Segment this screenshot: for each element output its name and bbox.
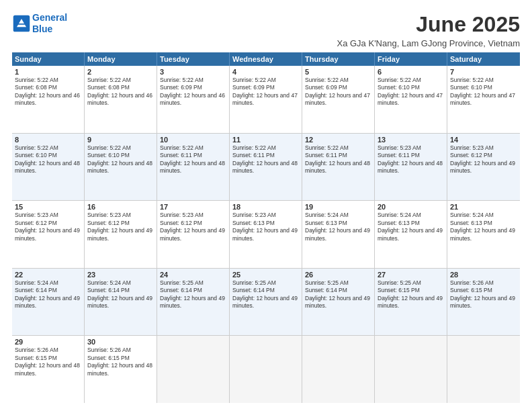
calendar-cell: 23Sunrise: 5:24 AM Sunset: 6:14 PM Dayli… (85, 269, 157, 336)
calendar-cell: 11Sunrise: 5:22 AM Sunset: 6:11 PM Dayli… (230, 134, 302, 201)
day-number: 26 (305, 271, 371, 279)
cell-info: Sunrise: 5:22 AM Sunset: 6:10 PM Dayligh… (450, 77, 517, 107)
main-title: June 2025 (337, 12, 521, 37)
day-number: 2 (87, 68, 154, 76)
calendar-body: 1Sunrise: 5:22 AM Sunset: 6:08 PM Daylig… (12, 66, 520, 403)
page: General Blue June 2025 Xa GJa K'Nang, La… (0, 0, 532, 411)
cell-info: Sunrise: 5:22 AM Sunset: 6:11 PM Dayligh… (232, 144, 299, 175)
calendar-cell: 12Sunrise: 5:22 AM Sunset: 6:11 PM Dayli… (302, 134, 375, 201)
calendar-cell: 19Sunrise: 5:24 AM Sunset: 6:13 PM Dayli… (302, 201, 375, 268)
calendar-cell: 8Sunrise: 5:22 AM Sunset: 6:10 PM Daylig… (12, 134, 85, 201)
day-number: 22 (15, 271, 81, 279)
cell-info: Sunrise: 5:22 AM Sunset: 6:08 PM Dayligh… (15, 77, 81, 107)
cell-info: Sunrise: 5:22 AM Sunset: 6:10 PM Dayligh… (378, 77, 444, 107)
day-number: 28 (450, 271, 517, 279)
calendar-cell: 28Sunrise: 5:26 AM Sunset: 6:15 PM Dayli… (447, 269, 520, 336)
calendar-week-row: 15Sunrise: 5:23 AM Sunset: 6:12 PM Dayli… (12, 201, 520, 269)
cell-info: Sunrise: 5:23 AM Sunset: 6:12 PM Dayligh… (450, 144, 517, 175)
calendar-cell: 25Sunrise: 5:25 AM Sunset: 6:14 PM Dayli… (230, 269, 302, 336)
cell-info: Sunrise: 5:25 AM Sunset: 6:14 PM Dayligh… (232, 279, 299, 310)
calendar-week-row: 1Sunrise: 5:22 AM Sunset: 6:08 PM Daylig… (12, 66, 520, 134)
cell-info: Sunrise: 5:25 AM Sunset: 6:14 PM Dayligh… (160, 279, 226, 310)
day-number: 23 (87, 271, 154, 279)
day-number: 24 (160, 271, 226, 279)
calendar-cell: 3Sunrise: 5:22 AM Sunset: 6:09 PM Daylig… (157, 66, 230, 133)
calendar-week-row: 29Sunrise: 5:26 AM Sunset: 6:15 PM Dayli… (12, 336, 520, 403)
day-number: 5 (305, 68, 371, 76)
day-number: 9 (87, 136, 154, 144)
cell-info: Sunrise: 5:23 AM Sunset: 6:12 PM Dayligh… (87, 212, 154, 242)
calendar-cell: 21Sunrise: 5:24 AM Sunset: 6:13 PM Dayli… (447, 201, 520, 268)
calendar-cell: 24Sunrise: 5:25 AM Sunset: 6:14 PM Dayli… (157, 269, 230, 336)
calendar-cell: 15Sunrise: 5:23 AM Sunset: 6:12 PM Dayli… (12, 201, 85, 268)
day-number: 12 (305, 136, 371, 144)
day-number: 11 (232, 136, 299, 144)
calendar-cell (302, 336, 375, 403)
calendar-cell: 1Sunrise: 5:22 AM Sunset: 6:08 PM Daylig… (12, 66, 85, 133)
day-number: 27 (378, 271, 444, 279)
day-number: 30 (87, 338, 154, 346)
cell-info: Sunrise: 5:24 AM Sunset: 6:13 PM Dayligh… (450, 212, 517, 242)
day-number: 16 (87, 203, 154, 211)
logo: General Blue (12, 12, 67, 35)
calendar-cell: 27Sunrise: 5:25 AM Sunset: 6:15 PM Dayli… (375, 269, 447, 336)
calendar-day-header: Saturday (447, 52, 520, 66)
cell-info: Sunrise: 5:22 AM Sunset: 6:10 PM Dayligh… (87, 144, 154, 175)
cell-info: Sunrise: 5:22 AM Sunset: 6:11 PM Dayligh… (305, 144, 371, 175)
calendar-cell: 2Sunrise: 5:22 AM Sunset: 6:08 PM Daylig… (85, 66, 157, 133)
calendar-cell: 5Sunrise: 5:22 AM Sunset: 6:09 PM Daylig… (302, 66, 375, 133)
cell-info: Sunrise: 5:22 AM Sunset: 6:09 PM Dayligh… (232, 77, 299, 107)
calendar-cell: 4Sunrise: 5:22 AM Sunset: 6:09 PM Daylig… (230, 66, 302, 133)
day-number: 19 (305, 203, 371, 211)
day-number: 4 (232, 68, 299, 76)
calendar-cell: 13Sunrise: 5:23 AM Sunset: 6:11 PM Dayli… (375, 134, 447, 201)
calendar-cell (230, 336, 302, 403)
day-number: 20 (378, 203, 444, 211)
svg-rect-2 (18, 24, 26, 25)
cell-info: Sunrise: 5:22 AM Sunset: 6:11 PM Dayligh… (160, 144, 226, 175)
header: General Blue June 2025 Xa GJa K'Nang, La… (12, 12, 520, 48)
calendar-cell: 9Sunrise: 5:22 AM Sunset: 6:10 PM Daylig… (85, 134, 157, 201)
calendar-cell: 22Sunrise: 5:24 AM Sunset: 6:14 PM Dayli… (12, 269, 85, 336)
day-number: 25 (232, 271, 299, 279)
calendar-cell: 29Sunrise: 5:26 AM Sunset: 6:15 PM Dayli… (12, 336, 85, 403)
day-number: 3 (160, 68, 226, 76)
calendar: SundayMondayTuesdayWednesdayThursdayFrid… (12, 52, 520, 403)
cell-info: Sunrise: 5:23 AM Sunset: 6:12 PM Dayligh… (15, 212, 81, 242)
calendar-cell: 14Sunrise: 5:23 AM Sunset: 6:12 PM Dayli… (447, 134, 520, 201)
cell-info: Sunrise: 5:22 AM Sunset: 6:09 PM Dayligh… (160, 77, 226, 107)
calendar-day-header: Wednesday (230, 52, 302, 66)
cell-info: Sunrise: 5:26 AM Sunset: 6:15 PM Dayligh… (87, 347, 154, 377)
calendar-week-row: 8Sunrise: 5:22 AM Sunset: 6:10 PM Daylig… (12, 134, 520, 201)
cell-info: Sunrise: 5:22 AM Sunset: 6:09 PM Dayligh… (305, 77, 371, 107)
day-number: 8 (15, 136, 81, 144)
cell-info: Sunrise: 5:23 AM Sunset: 6:11 PM Dayligh… (378, 144, 444, 175)
cell-info: Sunrise: 5:24 AM Sunset: 6:14 PM Dayligh… (87, 279, 154, 310)
cell-info: Sunrise: 5:22 AM Sunset: 6:08 PM Dayligh… (87, 77, 154, 107)
calendar-cell: 16Sunrise: 5:23 AM Sunset: 6:12 PM Dayli… (85, 201, 157, 268)
logo-icon (12, 14, 31, 33)
calendar-cell: 17Sunrise: 5:23 AM Sunset: 6:12 PM Dayli… (157, 201, 230, 268)
title-area: June 2025 Xa GJa K'Nang, Lam GJong Provi… (337, 12, 521, 48)
calendar-day-header: Sunday (12, 52, 85, 66)
calendar-day-header: Monday (85, 52, 157, 66)
cell-info: Sunrise: 5:23 AM Sunset: 6:13 PM Dayligh… (232, 212, 299, 242)
subtitle: Xa GJa K'Nang, Lam GJong Province, Vietn… (337, 38, 521, 48)
logo-text: General Blue (32, 12, 67, 35)
day-number: 18 (232, 203, 299, 211)
calendar-cell: 10Sunrise: 5:22 AM Sunset: 6:11 PM Dayli… (157, 134, 230, 201)
day-number: 6 (378, 68, 444, 76)
day-number: 13 (378, 136, 444, 144)
calendar-day-header: Friday (375, 52, 447, 66)
day-number: 15 (15, 203, 81, 211)
day-number: 29 (15, 338, 81, 346)
calendar-cell (157, 336, 230, 403)
cell-info: Sunrise: 5:24 AM Sunset: 6:13 PM Dayligh… (305, 212, 371, 242)
cell-info: Sunrise: 5:25 AM Sunset: 6:14 PM Dayligh… (305, 279, 371, 310)
calendar-cell (447, 336, 520, 403)
calendar-day-header: Thursday (302, 52, 375, 66)
day-number: 14 (450, 136, 517, 144)
calendar-day-header: Tuesday (157, 52, 230, 66)
calendar-week-row: 22Sunrise: 5:24 AM Sunset: 6:14 PM Dayli… (12, 269, 520, 336)
day-number: 1 (15, 68, 81, 76)
